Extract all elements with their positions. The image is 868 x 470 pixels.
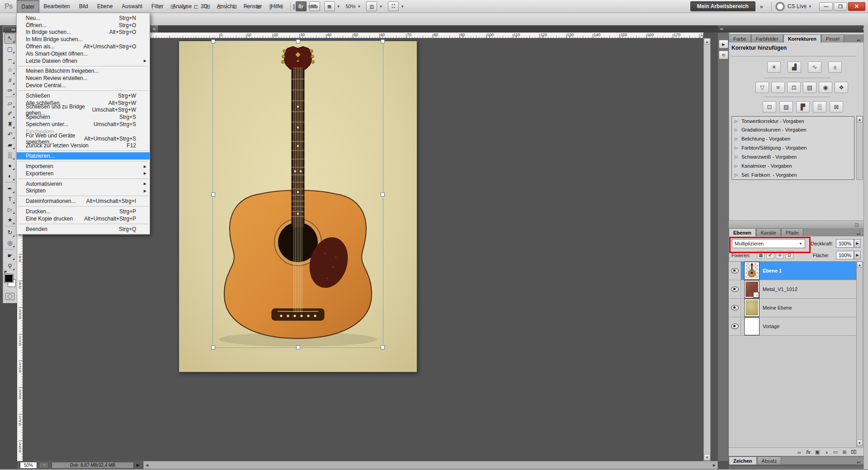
dodge-tool[interactable]: ◐ [5,171,15,181]
dock-header[interactable]: ◂◂ ▸▸ [718,25,868,33]
link-layers-icon[interactable]: ∞ [795,450,804,455]
close-tab-icon[interactable]: × [150,26,158,32]
tab-farbe[interactable]: Farbe [729,34,751,42]
file-menu-item[interactable]: Dateiinformationen...Alt+Umschalt+Strg+I [17,197,150,205]
status-menu-arrow-icon[interactable]: ▶ [137,463,140,467]
delete-layer-icon[interactable]: ⌧ [849,449,858,455]
layer-thumbnail[interactable] [745,318,759,335]
gradient-tool[interactable]: ▒ [5,150,15,160]
file-menu-item[interactable]: Drucken...Strg+P [17,208,150,215]
eraser-tool[interactable]: ▰ [5,140,15,150]
selective-color-icon[interactable]: ⊠ [830,101,843,113]
file-menu-item[interactable]: Skripten▶ [17,188,150,195]
opacity-slider-icon[interactable]: ▶ [854,239,861,248]
preset-group-row[interactable]: ▷Schwarzweiß - Vorgaben [731,152,854,162]
layer-style-icon[interactable]: fx [804,450,813,455]
layer-row[interactable]: Vorlage [729,317,856,336]
tab-absatz[interactable]: Absatz [757,456,782,465]
expand-triangle-icon[interactable]: ▷ [732,127,741,132]
transform-selection-box[interactable] [212,41,383,348]
scroll-down-icon[interactable]: ▼ [857,440,863,446]
align-left-edges[interactable]: ⊏ [191,2,202,11]
visibility-cell[interactable] [729,299,741,317]
align-top-edges[interactable]: ⊓ [156,2,166,11]
file-menu-item[interactable]: Meinen Bildschirm freigeben... [17,68,150,75]
transform-handle[interactable] [381,345,385,349]
menu-datei[interactable]: Datei [17,0,39,13]
preset-group-row[interactable]: ▷Sel. Farbkorr. - Vorgaben [731,170,854,180]
threshold-icon[interactable]: ▛ [796,101,810,113]
view-extras-button[interactable]: ⊞▼ [324,1,340,11]
orbit-3d-tool[interactable]: ◎ [5,238,15,248]
file-menu-item[interactable]: Schließen und zu Bridge gehen...Umschalt… [17,107,150,114]
opacity-value[interactable]: 100% [836,239,854,248]
expand-dock-icon[interactable]: ◂◂ [720,27,723,31]
expand-triangle-icon[interactable]: ▷ [732,155,741,159]
file-menu-item[interactable]: Öffnen...Strg+O [17,22,150,29]
tab-farbfelder[interactable]: Farbfelder [751,34,783,42]
scroll-left-icon[interactable]: ◀ [144,463,150,467]
eyedropper-tool[interactable]: ✑ [5,85,15,96]
curves-icon[interactable]: ∿ [808,61,821,73]
layer-thumbnail[interactable] [745,262,759,279]
preset-group-row[interactable]: ▷Farbton/Sättigung - Vorgaben [731,143,854,153]
quick-mask-button[interactable] [5,293,14,300]
align-horizontal-centers[interactable]: ⊞ [203,2,213,11]
tab-zeichen[interactable]: Zeichen [729,456,757,465]
distribute-bottom-edges[interactable]: ≣ [253,2,264,11]
tab-kanle[interactable]: Kanäle [756,228,781,236]
file-menu-item[interactable]: BeendenStrg+Q [17,226,150,233]
workspace-overflow-button[interactable]: » [760,3,763,10]
vibrance-icon[interactable]: ▽ [755,82,769,93]
hue-saturation-icon[interactable]: ≡ [771,82,785,93]
file-menu-item[interactable]: Eine Kopie druckenAlt+Umschalt+Strg+P [17,215,150,222]
hand-tool[interactable]: ☛ [5,250,15,261]
file-menu-item[interactable]: In Bridge suchen...Alt+Strg+O [17,29,150,36]
menu-bearbeiten[interactable]: Bearbeiten [39,0,75,13]
distribute-horizontal-centers[interactable]: ‖ [277,2,288,11]
marquee-tool[interactable]: ▢ [5,44,15,54]
file-menu-item[interactable]: Für Web und Geräte speichern...Alt+Umsch… [17,135,150,142]
transform-handle[interactable] [211,39,215,43]
transform-handle[interactable] [381,193,385,197]
file-menu-item[interactable]: Automatisieren▶ [17,180,150,188]
gradient-map-icon[interactable]: ▒ [813,101,826,113]
status-zoom-input[interactable]: 50% [20,462,37,469]
clone-stamp-tool[interactable]: ♜ [5,119,15,129]
scroll-up-icon[interactable]: ▲ [857,262,863,268]
panel-menu-icon[interactable]: ▾≡ [854,461,863,465]
file-menu-item[interactable]: Importieren▶ [17,163,150,170]
adjustment-layer-icon[interactable]: ◑ [822,450,831,455]
distribute-top-edges[interactable]: ≣ [230,2,241,11]
distribute-right-edges[interactable]: ∥ [288,2,299,11]
file-menu-item[interactable]: Speichern unter...Umschalt+Strg+S [17,121,150,128]
vertical-scrollbar[interactable]: ▲ ▼ [703,38,711,461]
path-selection-tool[interactable]: ▷ [5,204,15,215]
toolbox-collapse-button[interactable]: ▸▸ [3,27,17,33]
color-balance-icon[interactable]: ⚖ [787,82,801,93]
layer-thumbnail[interactable]: ❏ [745,281,759,298]
menu-bild[interactable]: Bild [75,0,93,13]
file-menu-item[interactable]: Neu...Strg+N [17,14,150,22]
file-menu-item[interactable]: Zurück zur letzten VersionF12 [17,142,150,150]
auto-align-layers[interactable]: ≋ [305,2,316,11]
move-tool[interactable]: ↖ [4,33,16,44]
tab-ebenen[interactable]: Ebenen [729,228,756,236]
distribute-left-edges[interactable]: ∥ [265,2,276,11]
scroll-down-icon[interactable]: ▼ [704,454,710,461]
expand-triangle-icon[interactable]: ▷ [732,119,741,123]
scroll-right-icon[interactable]: ▶ [711,463,717,467]
transform-handle[interactable] [296,345,300,349]
file-menu-item[interactable]: SchließenStrg+W [17,92,150,99]
panel-menu-icon[interactable]: ▾≡ [854,38,863,42]
new-group-icon[interactable]: ▭ [831,449,840,455]
rotate-3d-tool[interactable]: ↻ [5,227,15,238]
menu-auswahl[interactable]: Auswahl [117,0,146,13]
actions-panel-icon[interactable]: ▶ [719,40,728,48]
preset-group-row[interactable]: ▷Kanalmixer - Vorgaben [731,161,854,171]
layer-mask-icon[interactable]: ▣ [813,449,822,455]
brightness-contrast-icon[interactable]: ☀ [767,61,781,73]
expanded-view-icon[interactable]: ◳ [855,222,863,227]
quick-selection-tool[interactable]: ☆ [5,65,15,75]
align-vertical-centers[interactable]: ⊟ [167,2,178,11]
